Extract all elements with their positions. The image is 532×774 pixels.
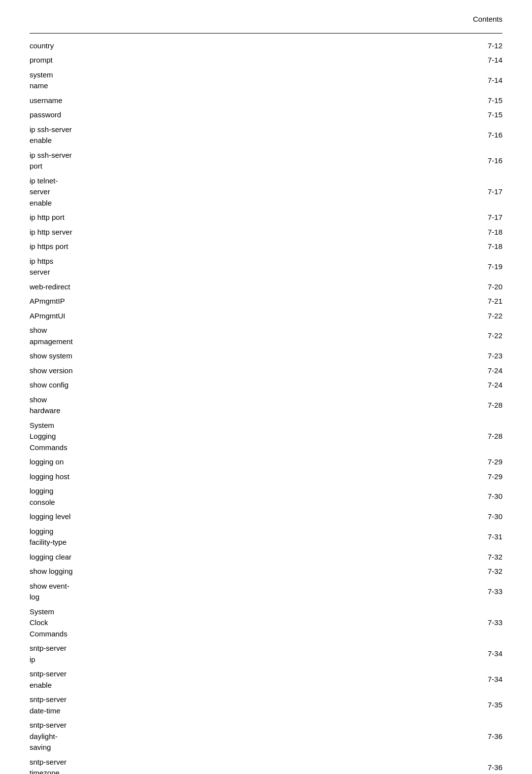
toc-row: ip https server7-19 — [30, 254, 502, 280]
toc-row: logging host7-29 — [30, 469, 502, 484]
toc-entry-label: country — [30, 38, 73, 53]
toc-entry-page: 7-14 — [488, 53, 502, 68]
toc-entry-label: sntp-server enable — [30, 667, 73, 693]
toc-entry-dots — [73, 280, 488, 294]
toc-entry-page: 7-31 — [488, 524, 502, 550]
toc-entry-dots — [73, 363, 488, 378]
toc-entry-page: 7-16 — [488, 148, 502, 174]
toc-entry-dots — [73, 108, 488, 123]
toc-entry-dots — [73, 225, 488, 240]
toc-row: sntp-server date-time7-35 — [30, 693, 502, 718]
toc-row: ip ssh-server enable7-16 — [30, 122, 502, 148]
toc-row: system name7-14 — [30, 68, 502, 93]
toc-entry-page: 7-33 — [488, 604, 502, 641]
toc-entry-label: logging host — [30, 469, 73, 484]
toc-entry-dots — [73, 93, 488, 108]
page-container: Contents country7-12prompt7-14system nam… — [0, 0, 532, 774]
toc-row: logging clear7-32 — [30, 550, 502, 564]
toc-row: ip telnet-server enable7-17 — [30, 174, 502, 211]
toc-entry-page: 7-34 — [488, 641, 502, 667]
toc-row: password7-15 — [30, 108, 502, 123]
toc-row: prompt7-14 — [30, 53, 502, 68]
toc-row: ip http port7-17 — [30, 211, 502, 225]
toc-entry-label: ip http port — [30, 211, 73, 225]
toc-row: sntp-server daylight-saving7-36 — [30, 718, 502, 755]
toc-entry-label: System Clock Commands — [30, 604, 73, 641]
toc-row: APmgmtIP7-21 — [30, 294, 502, 309]
toc-row: show event-log7-33 — [30, 579, 502, 604]
toc-row: sntp-server timezone7-36 — [30, 755, 502, 774]
toc-entry-label: ip ssh-server enable — [30, 122, 73, 148]
toc-entry-label: password — [30, 108, 73, 123]
toc-entry-dots — [73, 148, 488, 174]
toc-entry-dots — [73, 53, 488, 68]
toc-entry-dots — [73, 641, 488, 667]
toc-entry-dots — [73, 323, 488, 349]
toc-entry-page: 7-14 — [488, 68, 502, 93]
toc-entry-label: APmgmtIP — [30, 294, 73, 309]
toc-entry-label: prompt — [30, 53, 73, 68]
toc-entry-page: 7-33 — [488, 579, 502, 604]
toc-row: show hardware7-28 — [30, 392, 502, 418]
toc-row: System Logging Commands7-28 — [30, 418, 502, 455]
toc-entry-page: 7-17 — [488, 211, 502, 225]
toc-entry-label: show apmagement — [30, 323, 73, 349]
toc-entry-dots — [73, 211, 488, 225]
toc-row: country7-12 — [30, 38, 502, 53]
toc-entry-dots — [73, 68, 488, 93]
toc-entry-page: 7-36 — [488, 718, 502, 755]
toc-entry-dots — [73, 122, 488, 148]
toc-entry-label: ip https port — [30, 240, 73, 254]
toc-entry-label: APmgmtUI — [30, 309, 73, 323]
toc-entry-dots — [73, 294, 488, 309]
toc-entry-dots — [73, 564, 488, 579]
toc-entry-dots — [73, 755, 488, 774]
toc-entry-dots — [73, 38, 488, 53]
toc-entry-dots — [73, 604, 488, 641]
toc-entry-dots — [73, 484, 488, 510]
toc-entry-label: ip http server — [30, 225, 73, 240]
toc-entry-page: 7-21 — [488, 294, 502, 309]
toc-row: logging facility-type7-31 — [30, 524, 502, 550]
toc-entry-label: logging clear — [30, 550, 73, 564]
toc-entry-page: 7-23 — [488, 349, 502, 364]
toc-row: logging level7-30 — [30, 510, 502, 525]
toc-row: show apmagement7-22 — [30, 323, 502, 349]
toc-row: username7-15 — [30, 93, 502, 108]
toc-entry-page: 7-30 — [488, 484, 502, 510]
toc-entry-label: sntp-server daylight-saving — [30, 718, 73, 755]
toc-entry-page: 7-22 — [488, 309, 502, 323]
toc-row: System Clock Commands7-33 — [30, 604, 502, 641]
toc-row: web-redirect7-20 — [30, 280, 502, 294]
toc-entry-label: sntp-server ip — [30, 641, 73, 667]
toc-entry-page: 7-18 — [488, 225, 502, 240]
toc-entry-page: 7-16 — [488, 122, 502, 148]
toc-entry-dots — [73, 392, 488, 418]
toc-row: sntp-server enable7-34 — [30, 667, 502, 693]
toc-entry-page: 7-22 — [488, 323, 502, 349]
toc-entry-label: show config — [30, 378, 73, 393]
toc-entry-label: sntp-server timezone — [30, 755, 73, 774]
toc-entry-label: ip https server — [30, 254, 73, 280]
toc-entry-page: 7-28 — [488, 418, 502, 455]
toc-entry-page: 7-20 — [488, 280, 502, 294]
toc-row: ip https port7-18 — [30, 240, 502, 254]
toc-entry-label: show system — [30, 349, 73, 364]
toc-entry-dots — [73, 240, 488, 254]
toc-row: show logging7-32 — [30, 564, 502, 579]
toc-entry-dots — [73, 524, 488, 550]
toc-row: logging console7-30 — [30, 484, 502, 510]
toc-entry-label: logging level — [30, 510, 73, 525]
toc-row: sntp-server ip7-34 — [30, 641, 502, 667]
toc-row: show config7-24 — [30, 378, 502, 393]
toc-entry-label: logging facility-type — [30, 524, 73, 550]
toc-entry-page: 7-15 — [488, 108, 502, 123]
toc-entry-page: 7-28 — [488, 392, 502, 418]
toc-row: logging on7-29 — [30, 455, 502, 470]
toc-entry-page: 7-15 — [488, 93, 502, 108]
toc-entry-page: 7-32 — [488, 564, 502, 579]
toc-entry-dots — [73, 718, 488, 755]
toc-entry-page: 7-32 — [488, 550, 502, 564]
toc-entry-page: 7-24 — [488, 378, 502, 393]
toc-entry-page: 7-17 — [488, 174, 502, 211]
